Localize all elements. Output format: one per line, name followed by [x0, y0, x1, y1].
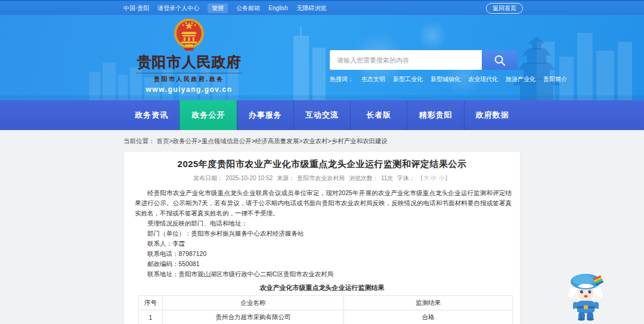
- publish-date: 2025-10-20 10:52: [225, 175, 273, 181]
- article-card: 2025年度贵阳市农业产业化市级重点龙头企业运行监测和评定结果公示 发布日期：2…: [123, 151, 521, 324]
- cell-index: 1: [139, 310, 163, 324]
- font-size-label: 字体：: [397, 175, 415, 181]
- nav-tab-disclosure[interactable]: 政务公开: [179, 100, 236, 130]
- topbar-login-link[interactable]: 请登录个人中心: [157, 4, 199, 13]
- nav-tab-services[interactable]: 办事服务: [237, 100, 293, 130]
- table-row: 1 贵州合力超市采购有限公司 合格: [139, 310, 513, 324]
- search-icon: [493, 54, 506, 67]
- breadcrumb-path[interactable]: 首页>政务公开>重点领域信息公开>经济高质量发展>农业农村>乡村产业和农田建设: [156, 137, 388, 144]
- source-label: 来源：: [277, 175, 295, 181]
- mascot-assistant[interactable]: [565, 269, 606, 321]
- breadcrumb-label: 当前位置：: [123, 137, 155, 144]
- hot-search-label: 热搜词：: [330, 75, 354, 84]
- hot-search-bar: 热搜词： 生态文明 新型工业化 新型城镇化 农业现代化 旅游产业化 贵阳简介: [330, 75, 521, 84]
- national-emblem-icon: [173, 18, 205, 51]
- search-area: 热搜词： 生态文明 新型工业化 新型城镇化 农业现代化 旅游产业化 贵阳简介: [330, 50, 521, 84]
- article-meta: 发布日期：2025-10-20 10:52 来源：贵阳市农业农村局 浏览次数：1…: [124, 174, 520, 183]
- cell-company: 贵州合力超市采购有限公司: [163, 310, 344, 324]
- col-header-index: 序号: [139, 296, 163, 310]
- col-header-result: 监测结果: [344, 296, 513, 310]
- font-size-controls[interactable]: 【大 中 小】: [417, 175, 451, 181]
- site-brand[interactable]: 贵阳市人民政府 贵阳市人民政府.政务 www.guiyang.gov.cn: [132, 18, 246, 94]
- page-title: 2025年度贵阳市农业产业化市级重点龙头企业运行监测和评定结果公示: [136, 159, 508, 170]
- table-header-row: 序号 企业名称 监测结果: [139, 296, 513, 310]
- search-button[interactable]: [482, 50, 518, 70]
- topbar: 中国·贵阳 请登录个人中心 繁體 公务邮箱 English 无障碍浏览 返回首页: [0, 0, 644, 15]
- header-banner: 贵阳市人民政府 贵阳市人民政府.政务 www.guiyang.gov.cn 热搜…: [0, 15, 644, 100]
- article-body: 经贵阳市农业产业化市级重点龙头企业联席会议成员单位审定，现对2025年开展的农业…: [135, 188, 512, 279]
- site-name: 贵阳市人民政府: [132, 53, 246, 72]
- article-paragraph: 联系地址：贵阳市观山湖区市级行政中心二期C区贵阳市农业农村局: [135, 269, 512, 279]
- article-paragraph: 部门（单位）：贵阳市乡村振兴服务中心农村经济服务站: [135, 229, 512, 239]
- article-paragraph: 受理情况反映的部门、电话和地址：: [135, 218, 512, 229]
- breadcrumb: 当前位置： 首页>政务公开>重点领域信息公开>经济高质量发展>农业农村>乡村产业…: [123, 137, 523, 146]
- topbar-region-link[interactable]: 中国·贵阳: [123, 4, 149, 13]
- nav-tab-news[interactable]: 政务资讯: [123, 100, 179, 130]
- views-label: 浏览次数：: [349, 175, 379, 181]
- monitoring-result-table: 序号 企业名称 监测结果 1 贵州合力超市采购有限公司 合格 2 贵州友禾种业有…: [138, 295, 513, 324]
- publish-date-label: 发布日期：: [193, 175, 223, 181]
- main-nav: 政务资讯 政务公开 办事服务 互动交流 长者版 精彩贵阳 政府数据: [0, 100, 644, 130]
- back-home-button[interactable]: 返回首页: [486, 3, 523, 14]
- cell-result: 合格: [344, 310, 513, 324]
- table-caption: 农业产业化市级重点龙头企业运行监测结果: [124, 283, 520, 292]
- city-skyline-decoration: [0, 15, 644, 100]
- topbar-traditional-link[interactable]: 繁體: [208, 4, 228, 13]
- article-paragraph: 联系电话：87987120: [135, 249, 512, 259]
- nav-tab-elderly[interactable]: 长者版: [350, 100, 407, 130]
- source: 贵阳市农业农村局: [297, 175, 345, 181]
- hot-word-link[interactable]: 生态文明: [361, 75, 385, 84]
- nav-tab-highlights[interactable]: 精彩贵阳: [407, 100, 463, 130]
- article-paragraph: 经贵阳市农业产业化市级重点龙头企业联席会议成员单位审定，现对2025年开展的农业…: [135, 188, 512, 218]
- site-subtitle: 贵阳市人民政府.政务: [132, 75, 246, 84]
- hot-word-link[interactable]: 新型城镇化: [431, 75, 460, 84]
- topbar-mail-link[interactable]: 公务邮箱: [236, 4, 260, 13]
- topbar-english-link[interactable]: English: [268, 5, 288, 11]
- search-input[interactable]: [330, 50, 482, 70]
- hot-word-link[interactable]: 贵阳简介: [543, 75, 567, 84]
- page: 中国·贵阳 请登录个人中心 繁體 公务邮箱 English 无障碍浏览 返回首页: [0, 0, 644, 324]
- nav-tab-gov-data[interactable]: 政府数据: [464, 100, 521, 130]
- topbar-accessibility-link[interactable]: 无障碍浏览: [296, 4, 326, 13]
- article-paragraph: 联系人：李霞: [135, 239, 512, 249]
- brand-divider: [136, 73, 242, 73]
- col-header-company: 企业名称: [163, 296, 344, 310]
- nav-tab-interaction[interactable]: 互动交流: [293, 100, 350, 130]
- hot-word-link[interactable]: 新型工业化: [393, 75, 423, 84]
- views-count: 11次: [381, 175, 393, 181]
- article-paragraph: 邮政编码：550081: [135, 259, 512, 269]
- hot-word-link[interactable]: 旅游产业化: [506, 75, 535, 84]
- hot-word-link[interactable]: 农业现代化: [468, 75, 498, 84]
- site-url: www.guiyang.gov.cn: [132, 85, 246, 94]
